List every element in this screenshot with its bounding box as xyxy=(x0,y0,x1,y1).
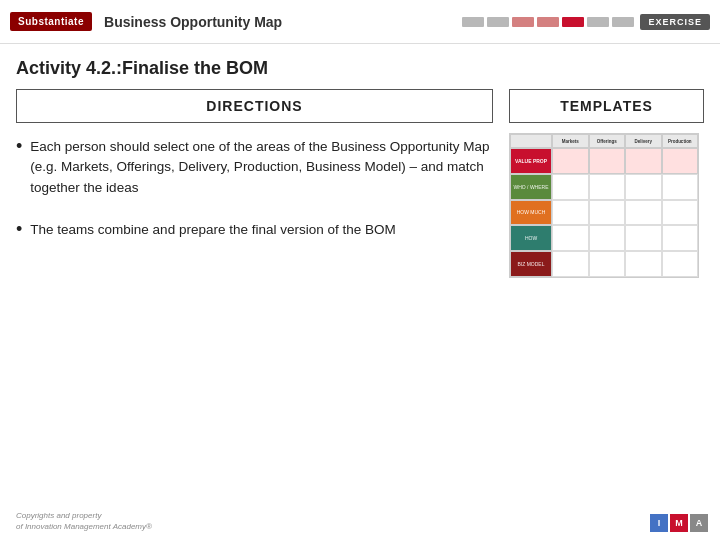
bom-r1c4 xyxy=(662,148,699,174)
bom-row5-label: BIZ MODEL xyxy=(510,251,552,277)
bom-header-2: Offerings xyxy=(589,134,626,148)
bullet-text-1: Each person should select one of the are… xyxy=(30,137,493,198)
header-title: Business Opportunity Map xyxy=(104,14,282,30)
progress-seg-6 xyxy=(587,17,609,27)
progress-seg-3 xyxy=(512,17,534,27)
directions-box: DIRECTIONS xyxy=(16,89,493,123)
progress-seg-2 xyxy=(487,17,509,27)
bullet-item-1: • Each person should select one of the a… xyxy=(16,137,493,198)
bullet-dot-1: • xyxy=(16,137,22,157)
bom-r3c1 xyxy=(552,200,589,226)
ima-m-square: M xyxy=(670,514,688,532)
templates-box: TEMPLATES xyxy=(509,89,704,123)
progress-seg-7 xyxy=(612,17,634,27)
bom-r4c4 xyxy=(662,225,699,251)
bom-header-3: Delivery xyxy=(625,134,662,148)
bom-r4c2 xyxy=(589,225,626,251)
bullet-dot-2: • xyxy=(16,220,22,240)
bom-r2c4 xyxy=(662,174,699,200)
bom-header-0 xyxy=(510,134,552,148)
header-left: Substantiate Business Opportunity Map xyxy=(10,12,282,31)
bom-r2c1 xyxy=(552,174,589,200)
right-column: TEMPLATES Markets Offerings Delivery Pro… xyxy=(509,89,704,278)
bom-r1c2 xyxy=(589,148,626,174)
bom-header-1: Markets xyxy=(552,134,589,148)
main-content: DIRECTIONS • Each person should select o… xyxy=(0,89,720,278)
bom-row4-label: HOW xyxy=(510,225,552,251)
bom-header-4: Production xyxy=(662,134,699,148)
bom-r5c3 xyxy=(625,251,662,277)
bom-r5c2 xyxy=(589,251,626,277)
bom-r1c1 xyxy=(552,148,589,174)
bom-r3c4 xyxy=(662,200,699,226)
bom-thumbnail: Markets Offerings Delivery Production VA… xyxy=(509,133,699,278)
bom-r4c1 xyxy=(552,225,589,251)
progress-seg-1 xyxy=(462,17,484,27)
bullet-item-2: • The teams combine and prepare the fina… xyxy=(16,220,493,240)
progress-seg-4 xyxy=(537,17,559,27)
bom-r4c3 xyxy=(625,225,662,251)
left-column: DIRECTIONS • Each person should select o… xyxy=(16,89,493,278)
substantiate-badge: Substantiate xyxy=(10,12,92,31)
bullet-text-2: The teams combine and prepare the final … xyxy=(30,220,395,240)
bom-r5c4 xyxy=(662,251,699,277)
header: Substantiate Business Opportunity Map EX… xyxy=(0,0,720,44)
progress-bar xyxy=(462,17,634,27)
bom-r3c3 xyxy=(625,200,662,226)
bom-r2c2 xyxy=(589,174,626,200)
exercise-badge: EXERCISE xyxy=(640,14,710,30)
footer-line1: Copyrights and property xyxy=(16,510,152,521)
ima-a-square: A xyxy=(690,514,708,532)
bom-row3-label: HOW MUCH xyxy=(510,200,552,226)
activity-title: Activity 4.2.:Finalise the BOM xyxy=(0,44,720,89)
progress-seg-5 xyxy=(562,17,584,27)
bom-r2c3 xyxy=(625,174,662,200)
ima-logo: I M A xyxy=(650,514,708,532)
footer: Copyrights and property of Innovation Ma… xyxy=(16,510,152,532)
bom-row2-label: WHO / WHERE xyxy=(510,174,552,200)
bom-row1-label: VALUE PROP xyxy=(510,148,552,174)
footer-line2: of Innovation Management Academy® xyxy=(16,521,152,532)
header-right: EXERCISE xyxy=(462,14,710,30)
bom-r5c1 xyxy=(552,251,589,277)
ima-i-square: I xyxy=(650,514,668,532)
bom-r3c2 xyxy=(589,200,626,226)
bom-r1c3 xyxy=(625,148,662,174)
